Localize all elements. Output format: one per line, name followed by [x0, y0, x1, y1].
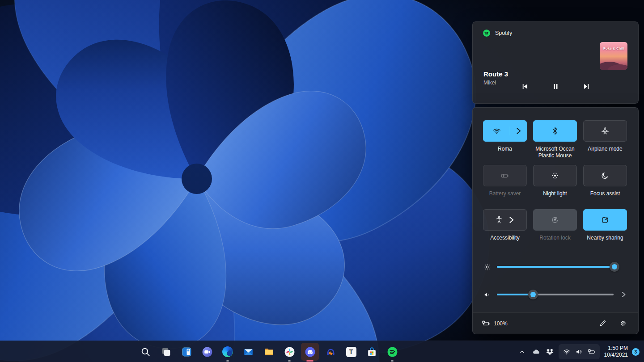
chevron-right-icon — [507, 215, 516, 224]
wifi-icon — [563, 348, 571, 356]
wifi-toggle-button[interactable] — [483, 126, 510, 135]
airplane-mode-label: Airplane mode — [588, 146, 622, 152]
volume-slider-thumb[interactable] — [528, 290, 538, 299]
mail-icon — [243, 346, 254, 358]
battery-charging-icon — [482, 319, 490, 328]
nearby-sharing-tile[interactable] — [583, 209, 627, 231]
wifi-icon — [492, 126, 501, 135]
edge-icon — [222, 346, 233, 358]
chat-icon — [202, 346, 213, 358]
microsoft-store-button[interactable] — [361, 341, 382, 362]
widgets-icon — [181, 346, 192, 358]
battery-charging-icon — [588, 348, 596, 356]
rotation-lock-tile[interactable] — [533, 209, 577, 231]
running-indicator — [226, 360, 229, 362]
onedrive-tray-button[interactable] — [529, 343, 543, 361]
media-source: Spotify — [483, 29, 512, 37]
nearby-sharing-label: Nearby sharing — [587, 235, 623, 241]
brightness-slider-fill — [497, 266, 614, 268]
widgets-button[interactable] — [176, 341, 197, 362]
running-indicator — [288, 360, 291, 362]
rotation-lock-icon — [551, 215, 559, 224]
night-light-tile[interactable] — [533, 165, 577, 186]
previous-track-button[interactable] — [520, 82, 529, 91]
pause-button[interactable] — [551, 82, 560, 91]
notification-count-badge[interactable]: 3 — [632, 348, 640, 356]
spotify-button[interactable] — [382, 341, 402, 362]
clock[interactable]: 1:50 PM 10/4/2021 — [604, 345, 628, 358]
brightness-row — [483, 261, 616, 272]
discord-icon — [305, 346, 316, 358]
dropbox-icon — [546, 348, 554, 356]
focus-assist-label: Focus assist — [590, 190, 620, 197]
battery-saver-icon — [500, 171, 509, 180]
spotify-icon — [387, 346, 398, 358]
task-view-icon — [161, 346, 172, 358]
task-view-button[interactable] — [156, 341, 176, 362]
typora-button[interactable]: T — [341, 341, 361, 362]
media-flyout: Spotify Route 3 Mikel Poké & Chill — [472, 21, 639, 104]
file-explorer-button[interactable] — [258, 341, 279, 362]
search-button[interactable] — [135, 341, 156, 362]
brightness-slider[interactable] — [497, 266, 616, 268]
volume-icon — [575, 348, 583, 356]
wifi-label: Roma — [498, 146, 512, 152]
quick-settings-grid: Roma Microsoft Ocean Plastic Mouse Airpl… — [482, 120, 628, 254]
taskbar-app-icons: T — [114, 341, 402, 362]
settings-button[interactable] — [617, 317, 629, 330]
audacity-icon — [325, 346, 336, 358]
bluetooth-label: Microsoft Ocean Plastic Mouse — [532, 146, 578, 159]
slack-icon — [284, 346, 295, 358]
typora-icon: T — [346, 347, 356, 357]
nearby-sharing-icon — [601, 215, 610, 224]
discord-button[interactable] — [300, 341, 320, 362]
tray-overflow-button[interactable] — [516, 343, 529, 361]
edit-quick-settings-button[interactable] — [596, 317, 609, 330]
bluetooth-tile[interactable] — [533, 120, 577, 142]
file-explorer-icon — [263, 346, 275, 358]
system-tray: 1:50 PM 10/4/2021 3 — [516, 341, 644, 362]
battery-saver-tile[interactable] — [483, 165, 527, 186]
chat-button[interactable] — [197, 341, 217, 362]
onedrive-icon — [532, 348, 540, 356]
dropbox-tray-button[interactable] — [543, 343, 557, 361]
wifi-tile[interactable] — [483, 120, 527, 142]
volume-icon — [483, 291, 491, 299]
pause-icon — [551, 82, 560, 91]
slack-button[interactable] — [279, 341, 300, 362]
bluetooth-cell: Microsoft Ocean Plastic Mouse — [532, 120, 578, 165]
search-icon — [140, 346, 151, 358]
airplane-mode-tile[interactable] — [583, 120, 627, 142]
airplane-cell: Airplane mode — [582, 120, 628, 165]
quick-settings-tray-button[interactable] — [559, 344, 600, 359]
edge-button[interactable] — [217, 341, 238, 362]
previous-icon — [521, 82, 529, 91]
tray-date: 10/4/2021 — [604, 352, 628, 358]
media-controls — [473, 82, 638, 91]
chevron-right-icon — [514, 126, 523, 135]
mail-button[interactable] — [238, 341, 258, 362]
gear-icon — [619, 320, 627, 327]
wifi-expand-button[interactable] — [510, 126, 526, 135]
running-indicator — [391, 360, 394, 362]
airplane-icon — [601, 126, 610, 135]
accessibility-label: Accessibility — [490, 235, 519, 241]
brightness-slider-thumb[interactable] — [610, 262, 619, 272]
next-track-button[interactable] — [582, 82, 591, 91]
next-icon — [582, 82, 591, 91]
battery-percent: 100% — [494, 320, 508, 327]
track-title: Route 3 — [483, 70, 508, 78]
focus-assist-cell: Focus assist — [582, 165, 628, 209]
night-light-cell: Night light — [532, 165, 578, 209]
battery-saver-cell: Battery saver — [482, 165, 528, 209]
brightness-icon — [483, 263, 491, 271]
active-indicator — [306, 360, 314, 362]
microsoft-store-icon — [366, 346, 377, 358]
volume-expand-chevron-icon[interactable] — [619, 290, 627, 299]
rotation-lock-label: Rotation lock — [539, 235, 570, 241]
audacity-button[interactable] — [320, 341, 341, 362]
focus-assist-tile[interactable] — [583, 165, 627, 186]
volume-slider[interactable] — [497, 294, 614, 295]
start-button[interactable] — [114, 341, 135, 362]
accessibility-tile[interactable] — [483, 209, 527, 231]
